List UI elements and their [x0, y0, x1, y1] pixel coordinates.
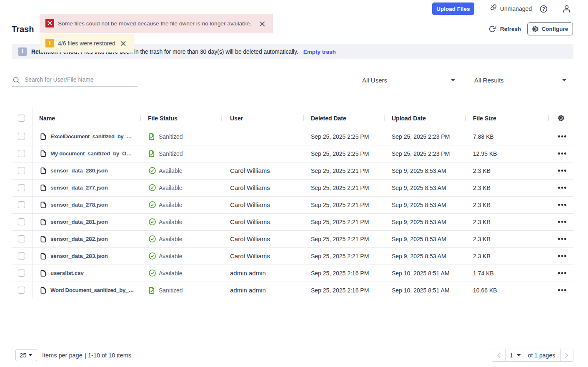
svg-text:?: ? — [542, 6, 545, 12]
